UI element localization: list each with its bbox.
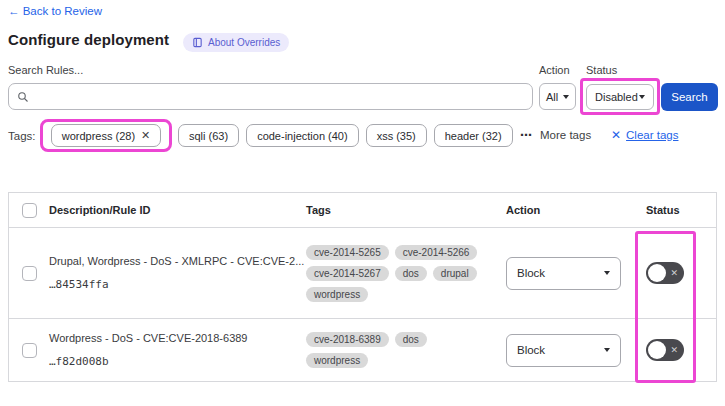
action-cell: Block (506, 334, 646, 367)
col-description: Description/Rule ID (49, 204, 306, 216)
status-dropdown-value: Disabled (595, 91, 638, 103)
chevron-down-icon (604, 348, 610, 352)
status-label: Status (586, 64, 617, 76)
rule-tag: dos (395, 332, 427, 347)
rule-tag: cve-2014-5266 (395, 245, 478, 260)
tag-pill-label: header (32) (445, 130, 502, 142)
action-label: Action (539, 64, 570, 76)
tags-cell: cve-2018-6389 dos wordpress (306, 332, 506, 368)
description-cell: Wordpress - DoS - CVE:CVE-2018-6389 …f82… (49, 332, 306, 367)
back-arrow-icon: ← (8, 5, 20, 17)
action-select-value: Block (517, 267, 545, 279)
rules-table: Description/Rule ID Tags Action Status D… (8, 192, 717, 382)
more-tags-button[interactable]: ⋯ More tags (520, 128, 591, 142)
action-select[interactable]: Block (506, 257, 621, 290)
rule-tag: cve-2014-5267 (306, 266, 389, 281)
description-cell: Drupal, Wordpress - DoS - XMLRPC - CVE:C… (49, 255, 306, 290)
tags-label: Tags: (8, 130, 36, 142)
search-rules-label: Search Rules... (8, 64, 83, 76)
about-badge-label: About Overrides (208, 37, 280, 48)
rule-description: Drupal, Wordpress - DoS - XMLRPC - CVE:C… (49, 255, 306, 268)
chevron-down-icon (604, 271, 610, 275)
rule-tag: cve-2018-6389 (306, 332, 389, 347)
page-title: Configure deployment (8, 31, 169, 48)
action-select[interactable]: Block (506, 334, 621, 367)
table-row: Wordpress - DoS - CVE:CVE-2018-6389 …f82… (9, 319, 716, 381)
more-tags-label: More tags (540, 129, 591, 141)
tag-pill-sqli[interactable]: sqli (63) (178, 124, 239, 147)
back-link-label: Back to Review (23, 5, 102, 17)
ellipsis-icon: ⋯ (520, 128, 533, 142)
toggle-off-icon: ✕ (670, 268, 678, 278)
action-select-value: Block (517, 344, 545, 356)
select-all-checkbox[interactable] (22, 203, 37, 218)
col-status: Status (646, 204, 716, 216)
about-overrides-badge[interactable]: About Overrides (183, 33, 289, 52)
status-cell: ✕ (646, 262, 716, 284)
rule-description: Wordpress - DoS - CVE:CVE-2018-6389 (49, 332, 306, 345)
action-cell: Block (506, 257, 646, 290)
tag-pill-xss[interactable]: xss (35) (366, 124, 427, 147)
selected-tag-highlight: wordpress (28) ✕ (40, 119, 172, 152)
toggle-knob (648, 341, 666, 359)
tag-pill-label: xss (35) (377, 130, 416, 142)
toggle-off-icon: ✕ (670, 345, 678, 355)
tag-pill-header[interactable]: header (32) (434, 124, 513, 147)
search-input-wrapper (8, 83, 533, 110)
toggle-knob (648, 264, 666, 282)
search-rules-input[interactable] (35, 91, 524, 103)
rule-tag: cve-2014-5265 (306, 245, 389, 260)
book-icon (192, 37, 203, 48)
tag-pill-code-injection[interactable]: code-injection (40) (246, 124, 359, 147)
rule-tag: drupal (433, 266, 477, 281)
clear-tags-link[interactable]: ✕ Clear tags (611, 128, 678, 142)
search-button[interactable]: Search (661, 83, 718, 111)
search-icon (17, 91, 29, 103)
col-tags: Tags (306, 204, 506, 216)
rule-tag: wordpress (306, 353, 368, 368)
rule-id: …f82d008b (49, 355, 306, 368)
tag-filter-row: sqli (63) code-injection (40) xss (35) h… (178, 124, 513, 147)
chevron-down-icon (639, 95, 645, 99)
clear-tags-label: Clear tags (626, 129, 678, 141)
rule-id: …84534ffa (49, 278, 306, 291)
chevron-down-icon (563, 95, 569, 99)
tags-cell: cve-2014-5265 cve-2014-5266 cve-2014-526… (306, 245, 506, 302)
table-row: Drupal, Wordpress - DoS - XMLRPC - CVE:C… (9, 228, 716, 319)
tag-pill-label: sqli (63) (189, 130, 228, 142)
remove-tag-icon[interactable]: ✕ (141, 129, 150, 142)
status-toggle-off[interactable]: ✕ (646, 339, 684, 361)
table-header-row: Description/Rule ID Tags Action Status (9, 193, 716, 228)
configure-deployment-page: ← Back to Review Configure deployment Ab… (0, 0, 725, 406)
action-dropdown-value: All (546, 91, 558, 103)
action-dropdown[interactable]: All (539, 83, 576, 110)
clear-x-icon: ✕ (611, 128, 621, 142)
tag-pill-label: wordpress (28) (62, 130, 135, 142)
back-to-review-link[interactable]: ← Back to Review (8, 5, 102, 17)
status-cell: ✕ (646, 339, 716, 361)
col-action: Action (506, 204, 646, 216)
rule-tag: dos (395, 266, 427, 281)
tag-pill-label: code-injection (40) (257, 130, 348, 142)
row-checkbox[interactable] (22, 343, 37, 358)
tag-pill-wordpress[interactable]: wordpress (28) ✕ (51, 124, 162, 147)
status-toggle-off[interactable]: ✕ (646, 262, 684, 284)
rule-tag: wordpress (306, 287, 368, 302)
status-dropdown[interactable]: Disabled (586, 84, 654, 110)
row-checkbox[interactable] (22, 266, 37, 281)
